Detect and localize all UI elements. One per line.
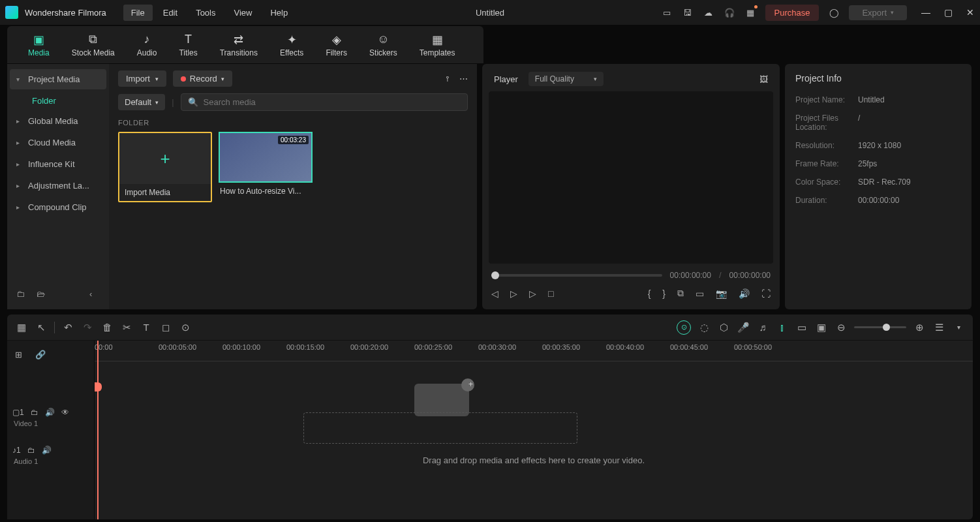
player-tab[interactable]: Player — [494, 74, 518, 84]
render-button[interactable]: ▭ — [795, 321, 808, 334]
export-button[interactable]: Export▾ — [849, 5, 907, 20]
menu-view[interactable]: View — [226, 5, 260, 21]
zoom-out-button[interactable]: ⊖ — [835, 321, 848, 334]
folder-icon[interactable]: 🗁 — [37, 289, 45, 299]
playhead[interactable] — [97, 341, 99, 519]
save-icon[interactable]: 🖫 — [682, 7, 694, 18]
pointer-icon[interactable]: ↖ — [35, 321, 48, 334]
filter-icon[interactable]: ⫯ — [446, 74, 450, 84]
purchase-button[interactable]: Purchase — [765, 5, 819, 21]
player-canvas[interactable] — [489, 91, 773, 264]
audio-track-header[interactable]: ♪1 🗀 🔊 — [12, 444, 89, 456]
track-link-icon[interactable]: 🔗 — [35, 350, 46, 360]
headphones-icon[interactable]: 🎧 — [724, 7, 735, 18]
menu-tools[interactable]: Tools — [188, 5, 223, 21]
lock-icon[interactable]: 🗀 — [31, 408, 38, 417]
track-add-icon[interactable]: ⊞ — [15, 350, 22, 360]
lock-icon[interactable]: 🗀 — [27, 446, 35, 455]
crop-button[interactable]: ◻ — [159, 321, 172, 334]
mixer-button[interactable]: ⫿ — [776, 321, 789, 334]
speed-button[interactable]: ⊙ — [179, 321, 192, 334]
menu-help[interactable]: Help — [262, 5, 296, 21]
timeline-canvas[interactable]: 00:0000:00:05:0000:00:10:0000:00:15:0000… — [95, 341, 973, 519]
minimize-button[interactable]: — — [921, 8, 930, 17]
sidebar-project-media[interactable]: ▾Project Media — [10, 69, 106, 89]
marker-button[interactable]: ⬡ — [717, 321, 730, 334]
more-icon[interactable]: ⋯ — [459, 74, 468, 84]
sort-dropdown[interactable]: Default▾ — [118, 94, 165, 110]
screen-icon[interactable]: ▭ — [696, 288, 704, 299]
sidebar-folder[interactable]: Folder — [10, 91, 106, 111]
sidebar-compound-clip[interactable]: ▸Compound Clip — [10, 197, 106, 217]
import-button[interactable]: Import▾ — [118, 70, 166, 87]
zoom-handle[interactable] — [883, 324, 890, 331]
apps-icon[interactable]: ▦ — [744, 7, 756, 18]
account-icon[interactable]: ◯ — [828, 7, 840, 18]
color-button[interactable]: ◌ — [697, 321, 711, 334]
play-button[interactable]: ▷ — [529, 288, 536, 299]
stop-button[interactable]: □ — [548, 288, 553, 299]
tab-filters[interactable]: ◈Filters — [318, 30, 355, 60]
mark-out-button[interactable]: } — [662, 288, 666, 299]
mark-in-button[interactable]: { — [648, 288, 651, 299]
redo-button[interactable]: ↷ — [81, 321, 94, 334]
auto-icon[interactable]: ⊙ — [677, 320, 691, 335]
track-options-button[interactable]: ☰ — [932, 321, 945, 334]
undo-button[interactable]: ↶ — [61, 321, 74, 334]
camera-icon[interactable]: 📷 — [716, 288, 727, 299]
prev-frame-button[interactable]: ◁ — [491, 288, 498, 299]
close-button[interactable]: ✕ — [966, 8, 975, 17]
split-button[interactable]: ✂ — [120, 321, 133, 334]
maximize-button[interactable]: ▢ — [943, 8, 953, 17]
grid-icon[interactable]: ▦ — [15, 321, 28, 334]
sidebar-influence-kit[interactable]: ▸Influence Kit — [10, 154, 106, 174]
import-media-card[interactable]: + Import Media — [118, 132, 212, 202]
drop-zone[interactable] — [303, 412, 577, 444]
volume-icon[interactable]: 🔊 — [739, 288, 750, 299]
fullscreen-icon[interactable]: ⛶ — [761, 288, 771, 299]
tab-transitions[interactable]: ⇄Transitions — [212, 30, 266, 60]
mute-icon[interactable]: 🔊 — [45, 408, 55, 417]
search-field[interactable] — [204, 97, 461, 107]
scrub-bar[interactable] — [491, 274, 662, 277]
music-button[interactable]: ♬ — [756, 321, 769, 334]
tab-media[interactable]: ▣Media — [20, 30, 57, 60]
timeline-ruler[interactable]: 00:0000:00:05:0000:00:10:0000:00:15:0000… — [95, 341, 973, 361]
search-media-input[interactable]: 🔍 — [181, 93, 468, 111]
zoom-slider[interactable] — [854, 326, 906, 328]
new-folder-icon[interactable]: 🗀 — [16, 289, 25, 299]
snapshot-icon[interactable]: 🖼 — [759, 74, 768, 84]
scrub-handle[interactable] — [491, 271, 499, 279]
delete-button[interactable]: 🗑 — [100, 321, 114, 334]
tab-titles[interactable]: TTitles — [171, 30, 205, 60]
mute-icon[interactable]: 🔊 — [42, 446, 52, 455]
sidebar-global-media[interactable]: ▸Global Media — [10, 111, 106, 131]
next-frame-button[interactable]: ▷ — [510, 288, 517, 299]
chevron-down-icon[interactable]: ▾ — [952, 321, 965, 334]
zoom-in-button[interactable]: ⊕ — [913, 321, 926, 334]
tab-effects[interactable]: ✦Effects — [272, 30, 311, 60]
tab-stock-media[interactable]: ⧉Stock Media — [64, 30, 123, 60]
tab-stickers[interactable]: ☺Stickers — [361, 30, 405, 60]
stickers-icon: ☺ — [376, 33, 390, 47]
sidebar-adjustment-layer[interactable]: ▸Adjustment La... — [10, 176, 106, 196]
cloud-icon[interactable]: ☁ — [703, 7, 714, 18]
collapse-sidebar-icon[interactable]: ‹ — [89, 289, 92, 299]
menu-edit[interactable]: Edit — [155, 5, 185, 21]
sidebar-cloud-media[interactable]: ▸Cloud Media — [10, 132, 106, 153]
monitor-icon[interactable]: ▭ — [661, 7, 673, 18]
tab-audio[interactable]: ♪Audio — [129, 30, 165, 60]
menu-file[interactable]: File — [123, 5, 153, 21]
quality-dropdown[interactable]: Full Quality▾ — [528, 72, 604, 86]
record-button[interactable]: Record▾ — [173, 70, 232, 87]
compare-icon[interactable]: ⧉ — [677, 288, 684, 299]
video-track-header[interactable]: ▢1 🗀 🔊 👁 — [12, 407, 89, 418]
media-clip-card[interactable]: 00:03:23 How to Auto-resize Vi... — [219, 132, 313, 202]
ruler-mark: 00:00:10:00 — [222, 343, 260, 351]
tab-templates[interactable]: ▦Templates — [412, 30, 463, 60]
snapshot-button[interactable]: ▣ — [815, 321, 828, 334]
voiceover-button[interactable]: 🎤 — [737, 321, 750, 334]
titles-icon: T — [181, 33, 196, 47]
visible-icon[interactable]: 👁 — [61, 408, 69, 417]
text-button[interactable]: T — [140, 321, 153, 334]
